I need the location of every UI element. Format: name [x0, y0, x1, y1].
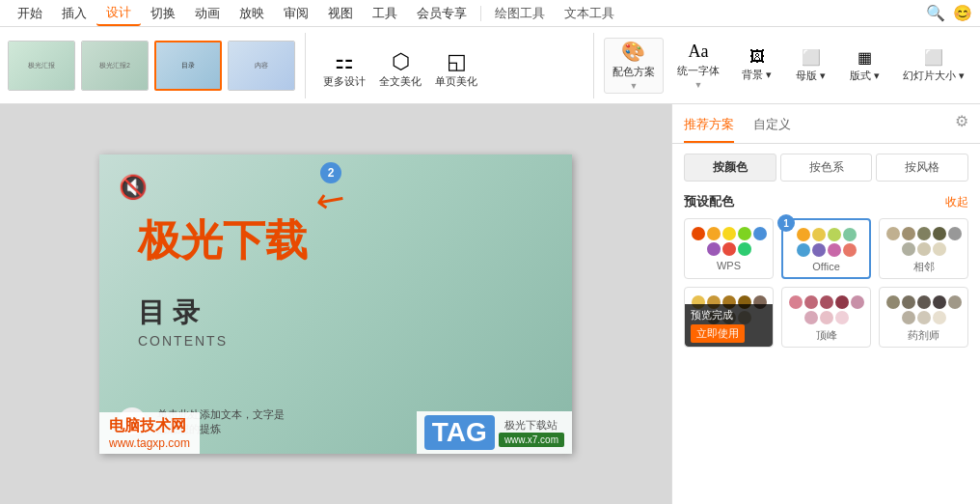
tab-recommended[interactable]: 推荐方案 — [684, 112, 734, 143]
slide-thumb-2[interactable]: 极光汇报2 — [81, 41, 149, 91]
menu-draw-tools[interactable]: 绘图工具 — [485, 2, 555, 25]
filter-by-style[interactable]: 按风格 — [876, 154, 968, 182]
dot — [804, 295, 818, 309]
account-icon[interactable]: 😊 — [953, 4, 972, 22]
dot — [933, 242, 946, 256]
slide-thumb-3[interactable]: 目录 — [154, 41, 222, 91]
menu-right-area: 🔍 😊 — [926, 4, 972, 22]
slide-thumb-4[interactable]: 内容 — [228, 41, 295, 91]
preview-tooltip: 预览完成 立即使用 — [685, 304, 773, 347]
slide-contents: CONTENTS — [138, 333, 228, 349]
arrow-annotation: 2 ↙ — [316, 162, 345, 220]
beautify-page-button[interactable]: ◱ 单页美化 — [429, 42, 483, 98]
wps-label: WPS — [691, 260, 767, 271]
wps-dots — [691, 227, 767, 256]
more-design-label: 更多设计 — [323, 74, 366, 89]
slide-thumb-1[interactable]: 极光汇报 — [8, 41, 75, 91]
menu-tools[interactable]: 工具 — [363, 2, 407, 25]
filter-by-system[interactable]: 按色系 — [780, 154, 873, 182]
section-title: 预设配色 — [684, 193, 734, 210]
font-unify-icon: Aa — [688, 42, 708, 62]
menu-start[interactable]: 开始 — [8, 2, 52, 25]
menu-text-tools[interactable]: 文本工具 — [555, 2, 624, 25]
color-card-preview[interactable]: 预览完成 立即使用 — [684, 287, 774, 348]
dot — [835, 295, 849, 309]
dot — [917, 227, 931, 240]
dot — [707, 227, 721, 240]
search-icon[interactable]: 🔍 — [926, 4, 945, 22]
color-scheme-icon: 🎨 — [621, 40, 645, 63]
dot — [886, 227, 900, 240]
office-badge: 1 — [777, 214, 795, 232]
slide-subtitle: 目 录 — [138, 294, 200, 331]
panel-body: 按颜色 按色系 按风格 预设配色 收起 — [672, 144, 980, 504]
more-design-button[interactable]: ⚏ 更多设计 — [317, 42, 371, 98]
collapse-link[interactable]: 收起 — [945, 194, 968, 210]
slide-size-button[interactable]: ⬜ 幻灯片大小 ▾ — [895, 38, 972, 94]
menu-slideshow[interactable]: 放映 — [230, 2, 274, 25]
beautify-page-icon: ◱ — [447, 51, 467, 72]
menu-animation[interactable]: 动画 — [185, 2, 230, 25]
dot — [820, 311, 833, 324]
adjacent-label: 相邻 — [885, 260, 962, 274]
dot — [753, 227, 767, 240]
beautify-all-label: 全文美化 — [379, 74, 422, 89]
color-card-pharmacist[interactable]: 药剂师 — [879, 287, 968, 348]
beautify-page-label: 单页美化 — [435, 74, 477, 89]
dot — [843, 243, 857, 257]
pharmacist-dots — [885, 295, 962, 324]
dot — [820, 295, 833, 309]
menu-review[interactable]: 审阅 — [274, 2, 318, 25]
dot — [933, 295, 946, 309]
color-card-peak[interactable]: 顶峰 — [781, 287, 871, 348]
menu-switch[interactable]: 切换 — [141, 2, 185, 25]
color-grid: WPS 1 Office — [684, 218, 968, 348]
filter-by-color[interactable]: 按颜色 — [684, 154, 776, 182]
slide-editor: 🔇 极光下载 目 录 CONTENTS 01 单击此处添加文本，文字是 您思想的… — [0, 104, 671, 504]
menu-view[interactable]: 视图 — [318, 2, 363, 25]
dot — [707, 242, 721, 256]
beautify-all-button[interactable]: ⬡ 全文美化 — [373, 42, 427, 98]
menu-design[interactable]: 设计 — [96, 1, 141, 26]
dot — [835, 311, 849, 324]
template-button[interactable]: ⬜ 母版 ▾ — [787, 38, 835, 94]
dot — [948, 295, 962, 309]
style-button[interactable]: ▦ 版式 ▾ — [841, 38, 889, 94]
dot — [917, 311, 931, 324]
dot — [828, 243, 841, 257]
background-button[interactable]: 🖼 背景 ▾ — [733, 38, 781, 94]
office-label: Office — [789, 261, 863, 272]
dot — [789, 295, 803, 309]
tag-badge: TAG — [424, 415, 495, 450]
menu-vip[interactable]: 会员专享 — [407, 2, 476, 25]
settings-icon[interactable]: ⚙ — [955, 112, 968, 143]
preview-complete-text: 预览完成 — [691, 308, 767, 322]
dot — [917, 295, 931, 309]
color-card-adjacent[interactable]: 相邻 — [879, 218, 968, 279]
menu-bar: 开始 插入 设计 切换 动画 放映 审阅 视图 工具 会员专享 绘图工具 文本工… — [0, 0, 980, 27]
dot — [804, 311, 818, 324]
font-unify-button[interactable]: Aa 统一字体 ▼ — [669, 38, 727, 94]
dot — [902, 295, 915, 309]
color-card-office[interactable]: 1 Office — [781, 218, 871, 279]
use-now-button[interactable]: 立即使用 — [691, 324, 745, 343]
dot — [738, 227, 751, 240]
adjacent-dots — [885, 227, 962, 256]
color-scheme-label: 配色方案 — [612, 65, 655, 79]
color-panel: 推荐方案 自定义 ⚙ 按颜色 按色系 按风格 预设配色 收起 — [671, 104, 980, 504]
slide-number: 01 — [119, 407, 146, 434]
font-arrow: ▼ — [694, 80, 702, 90]
color-card-wps[interactable]: WPS — [684, 218, 774, 279]
dot — [917, 242, 931, 256]
font-unify-label: 统一字体 — [677, 64, 720, 78]
peak-label: 顶峰 — [788, 328, 864, 343]
menu-insert[interactable]: 插入 — [52, 2, 96, 25]
color-scheme-button[interactable]: 🎨 配色方案 ▼ — [604, 38, 664, 94]
slide-size-icon: ⬜ — [924, 48, 943, 67]
dot — [812, 228, 826, 241]
tab-custom[interactable]: 自定义 — [753, 112, 791, 143]
dot — [738, 242, 751, 256]
filter-row: 按颜色 按色系 按风格 — [684, 154, 968, 182]
slide-thumbnails: 极光汇报 极光汇报2 目录 内容 — [8, 33, 306, 98]
section-header: 预设配色 收起 — [684, 193, 968, 210]
